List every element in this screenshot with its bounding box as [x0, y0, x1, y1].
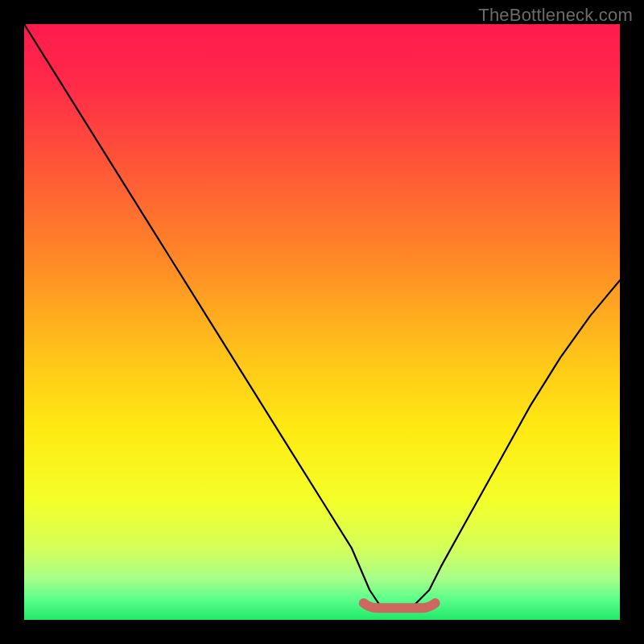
- optimal-range-marker: [364, 603, 436, 608]
- gradient-background: [24, 24, 620, 620]
- watermark-text: TheBottleneck.com: [478, 5, 633, 26]
- chart-frame: [24, 24, 620, 620]
- bottleneck-chart: [24, 24, 620, 620]
